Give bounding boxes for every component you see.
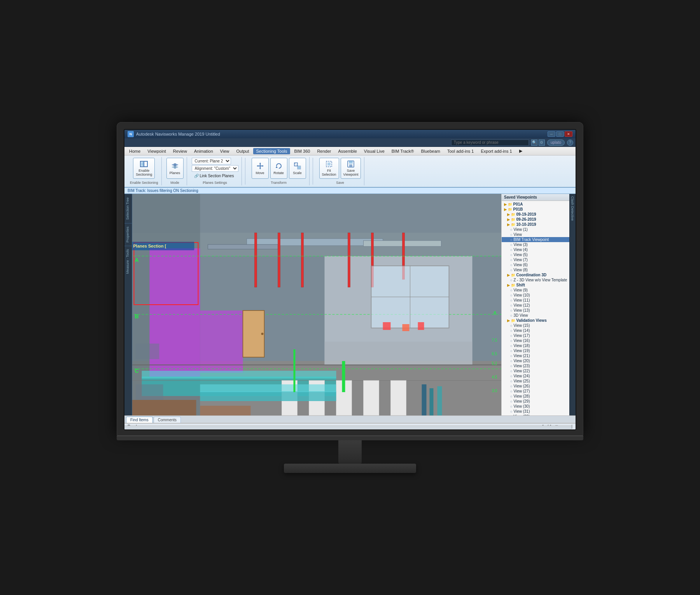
close-button[interactable]: ✕ xyxy=(565,131,572,137)
vp-item[interactable]: ○View (16) xyxy=(502,338,569,343)
vp-item[interactable]: ○View (11) xyxy=(502,298,569,303)
vp-item[interactable]: ○View (6) xyxy=(502,262,569,267)
vp-item[interactable]: ○View (25) xyxy=(502,379,569,384)
menu-render[interactable]: Render xyxy=(314,148,334,154)
search-icon[interactable]: 🔍 xyxy=(531,140,537,146)
viewpoints-list[interactable]: ▶ 📁P01A▶ 📁P01B▶ 📁09-19-2019▶ 📁09-26-2019… xyxy=(502,201,569,415)
settings-icon[interactable]: ⚙ xyxy=(539,140,545,146)
vp-item[interactable]: ▶ 📁P01B xyxy=(502,207,569,212)
sidebar-tab-properties[interactable]: Properties xyxy=(124,223,132,246)
save-viewpoint-button[interactable]: SaveViewpoint xyxy=(341,158,361,179)
menu-assemble[interactable]: Assemble xyxy=(335,148,360,154)
menu-bim-track[interactable]: BIM Track® xyxy=(388,148,417,154)
menu-output[interactable]: Output xyxy=(233,148,252,154)
enable-sectioning-button[interactable]: EnableSectioning xyxy=(133,158,155,179)
view-icon: ○ xyxy=(510,263,512,267)
vp-item[interactable]: ○View (21) xyxy=(502,353,569,358)
vp-item[interactable]: ○View (28) xyxy=(502,394,569,399)
vp-item[interactable]: ○View (8) xyxy=(502,267,569,272)
current-plane-select[interactable]: Current: Plane 2 Current: Plane 1 Curren… xyxy=(192,158,231,164)
minimize-button[interactable]: ─ xyxy=(548,131,555,137)
ribbon-separator-2 xyxy=(313,158,313,185)
view-icon: ○ xyxy=(510,298,512,302)
far-right-label[interactable]: Clash Detective xyxy=(570,194,576,223)
vp-item[interactable]: ○View (5) xyxy=(502,252,569,257)
vp-item[interactable]: ○3D View xyxy=(502,313,569,318)
horizontal-scrollbar[interactable] xyxy=(124,426,572,429)
monitor-bottom-bar xyxy=(117,436,583,440)
vp-item[interactable]: ○View (1) xyxy=(502,227,569,232)
vp-item-label: View (3) xyxy=(513,243,528,247)
maximize-button[interactable]: □ xyxy=(556,131,564,137)
ribbon-group-transform: Move Rotate xyxy=(248,157,310,185)
vp-item[interactable]: ▶ 📁Coordination 3D xyxy=(502,272,569,277)
vp-item[interactable]: ○View (13) xyxy=(502,308,569,313)
view-icon: ○ xyxy=(510,344,512,348)
svg-rect-39 xyxy=(301,233,304,287)
scale-button[interactable]: Scale xyxy=(289,158,306,179)
fit-selection-button[interactable]: FitSelection xyxy=(319,158,339,179)
vp-item[interactable]: ▶ 📁Shift xyxy=(502,283,569,288)
vp-item[interactable]: ○View (18) xyxy=(502,343,569,348)
vp-item[interactable]: ○View (22) xyxy=(502,368,569,373)
menu-tool-addins[interactable]: Tool add-ins 1 xyxy=(444,148,477,154)
svg-text:A: A xyxy=(135,257,139,263)
vp-item[interactable]: ▶ 📁09-26-2019 xyxy=(502,217,569,222)
vp-item[interactable]: ○View (19) xyxy=(502,348,569,353)
sidebar-tab-measure[interactable]: Measure · Tools xyxy=(124,246,132,277)
vp-item-label: P01B xyxy=(513,207,523,211)
menu-animation[interactable]: Animation xyxy=(191,148,216,154)
vp-item[interactable]: ▶ 📁Validation Views xyxy=(502,318,569,323)
menu-visual-live[interactable]: Visual Live xyxy=(361,148,388,154)
vp-item[interactable]: ○View (27) xyxy=(502,389,569,394)
vp-item[interactable]: ○BIM Track Viewpoint xyxy=(502,237,569,242)
vp-item[interactable]: ○View (15) xyxy=(502,323,569,328)
rotate-button[interactable]: Rotate xyxy=(270,158,287,179)
view-icon: ○ xyxy=(510,304,512,307)
tab-find-items[interactable]: Find Items xyxy=(126,417,153,423)
menu-home[interactable]: Home xyxy=(126,148,144,154)
vp-item[interactable]: ○View (23) xyxy=(502,363,569,368)
vp-item[interactable]: ○View (12) xyxy=(502,303,569,308)
tab-comments[interactable]: Comments xyxy=(154,417,181,423)
vp-item[interactable]: ○Z - 3D View w/o View Template xyxy=(502,277,569,283)
search-input[interactable] xyxy=(451,140,529,146)
scene-svg: A B C 8 7.5 6.5 5.2 4.5 3.0 xyxy=(132,194,501,415)
planes-button[interactable]: Planes xyxy=(166,158,184,179)
move-button[interactable]: Move xyxy=(252,158,269,179)
menu-view[interactable]: View xyxy=(217,148,233,154)
svg-point-73 xyxy=(261,333,264,335)
vp-item[interactable]: ○View (4) xyxy=(502,247,569,252)
vp-item[interactable]: ○View (30) xyxy=(502,404,569,409)
vp-item[interactable]: ○View (3) xyxy=(502,242,569,247)
vp-item[interactable]: ○View (31) xyxy=(502,409,569,414)
vp-item[interactable]: ▶ 📁P01A xyxy=(502,202,569,207)
link-section-planes-button[interactable]: 🔗 Link Section Planes xyxy=(192,173,238,179)
menu-viewpoint[interactable]: Viewpoint xyxy=(144,148,169,154)
sidebar-tab-selection-tree[interactable]: Selection Tree xyxy=(124,194,132,223)
vp-item[interactable]: ○View (10) xyxy=(502,293,569,298)
vp-item[interactable]: ○View (24) xyxy=(502,373,569,379)
vp-item[interactable]: ○View (29) xyxy=(502,399,569,404)
menu-bim360[interactable]: BIM 360 xyxy=(291,148,313,154)
vp-item[interactable]: ○View (17) xyxy=(502,333,569,338)
menu-sectioning-tools[interactable]: Sectioning Tools xyxy=(253,148,290,154)
vp-item[interactable]: ○View (9) xyxy=(502,288,569,293)
vp-item[interactable]: ○View xyxy=(502,232,569,237)
vp-item[interactable]: ▶ 📁09-19-2019 xyxy=(502,212,569,217)
vp-item[interactable]: ○View (7) xyxy=(502,257,569,262)
svg-rect-26 xyxy=(200,311,243,373)
vp-item[interactable]: ○View (20) xyxy=(502,358,569,363)
menu-export-addins[interactable]: Export add-ins 1 xyxy=(478,148,515,154)
alignment-select[interactable]: Alignment: "Custom" Alignment: "X" Align… xyxy=(192,165,238,172)
help-icon[interactable]: ? xyxy=(567,140,573,146)
vp-item[interactable]: ▶ 📁10-10-2019 xyxy=(502,222,569,227)
vp-item[interactable]: ○View (32) xyxy=(502,414,569,415)
vp-item[interactable]: ○View (14) xyxy=(502,328,569,333)
menu-review[interactable]: Review xyxy=(170,148,190,154)
menu-media[interactable]: ▶ xyxy=(516,148,525,154)
vp-item-label: View (10) xyxy=(513,293,530,297)
menu-bluebeam[interactable]: Bluebeam xyxy=(418,148,443,154)
vp-item[interactable]: ○View (26) xyxy=(502,384,569,389)
viewport[interactable]: A B C 8 7.5 6.5 5.2 4.5 3.0 xyxy=(132,194,501,415)
